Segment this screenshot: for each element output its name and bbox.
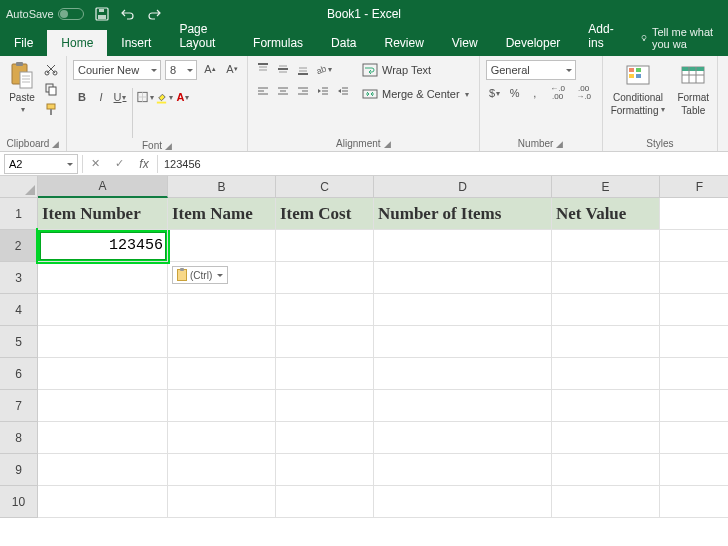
increase-indent-button[interactable] [334, 82, 352, 100]
cell[interactable] [276, 358, 374, 390]
number-format-combo[interactable]: General [486, 60, 576, 80]
row-header-6[interactable]: 6 [0, 358, 38, 390]
cell[interactable] [374, 230, 552, 262]
cell[interactable] [552, 486, 660, 518]
row-header-4[interactable]: 4 [0, 294, 38, 326]
cell[interactable] [168, 294, 276, 326]
cell[interactable] [276, 486, 374, 518]
tab-developer[interactable]: Developer [492, 30, 575, 56]
cell[interactable] [552, 230, 660, 262]
orientation-button[interactable]: ab▾ [314, 60, 332, 78]
cell[interactable] [276, 422, 374, 454]
decrease-decimal-button[interactable]: .00→.0 [572, 84, 596, 102]
cell[interactable] [276, 230, 374, 262]
column-header-c[interactable]: C [276, 176, 374, 198]
cell[interactable] [168, 326, 276, 358]
cell[interactable] [660, 358, 728, 390]
copy-button[interactable] [42, 80, 60, 98]
name-box[interactable]: A2 [4, 154, 78, 174]
row-header-7[interactable]: 7 [0, 390, 38, 422]
select-all-button[interactable] [0, 176, 38, 198]
font-color-button[interactable]: A▾ [174, 88, 192, 106]
row-header-3[interactable]: 3 [0, 262, 38, 294]
increase-decimal-button[interactable]: ←.0.00 [546, 84, 570, 102]
conditional-formatting-button[interactable]: Conditional Formatting▾ [609, 60, 668, 118]
cell[interactable] [552, 422, 660, 454]
cell[interactable] [276, 262, 374, 294]
align-right-button[interactable] [294, 82, 312, 100]
align-top-button[interactable] [254, 60, 272, 78]
align-left-button[interactable] [254, 82, 272, 100]
column-header-d[interactable]: D [374, 176, 552, 198]
dialog-launcher-icon[interactable]: ◢ [52, 139, 59, 149]
row-header-9[interactable]: 9 [0, 454, 38, 486]
format-painter-button[interactable] [42, 100, 60, 118]
header-cell[interactable]: Item Cost [276, 198, 374, 230]
cell[interactable] [660, 422, 728, 454]
cell[interactable] [660, 294, 728, 326]
column-header-e[interactable]: E [552, 176, 660, 198]
cell[interactable] [552, 454, 660, 486]
cell[interactable] [552, 326, 660, 358]
cell[interactable] [552, 262, 660, 294]
font-name-combo[interactable]: Courier New [73, 60, 161, 80]
cut-button[interactable] [42, 60, 60, 78]
tab-data[interactable]: Data [317, 30, 370, 56]
font-size-combo[interactable]: 8 [165, 60, 197, 80]
column-header-b[interactable]: B [168, 176, 276, 198]
align-center-button[interactable] [274, 82, 292, 100]
cell[interactable] [38, 486, 168, 518]
cell[interactable] [276, 294, 374, 326]
row-header-1[interactable]: 1 [0, 198, 38, 230]
autosave-toggle[interactable]: AutoSave [6, 8, 84, 20]
formula-input[interactable]: 123456 [158, 158, 728, 170]
insert-function-button[interactable]: fx [131, 157, 157, 171]
cell[interactable] [374, 326, 552, 358]
redo-icon[interactable] [146, 6, 162, 22]
cell[interactable] [276, 454, 374, 486]
dialog-launcher-icon[interactable]: ◢ [384, 139, 391, 149]
cell[interactable] [168, 358, 276, 390]
tab-view[interactable]: View [438, 30, 492, 56]
cell[interactable] [660, 390, 728, 422]
row-header-8[interactable]: 8 [0, 422, 38, 454]
merge-center-button[interactable]: Merge & Center ▾ [358, 84, 473, 104]
cell[interactable] [38, 454, 168, 486]
tab-file[interactable]: File [0, 30, 47, 56]
cell[interactable] [168, 422, 276, 454]
column-header-f[interactable]: F [660, 176, 728, 198]
wrap-text-button[interactable]: Wrap Text [358, 60, 473, 80]
cell[interactable] [168, 486, 276, 518]
cell[interactable] [552, 358, 660, 390]
cell[interactable] [374, 358, 552, 390]
row-header-2[interactable]: 2 [0, 230, 38, 262]
borders-button[interactable]: ▾ [136, 88, 154, 106]
tab-addins[interactable]: Add-ins [574, 16, 630, 56]
format-table-button[interactable]: Format Table [675, 60, 711, 118]
cell[interactable] [374, 486, 552, 518]
row-header-5[interactable]: 5 [0, 326, 38, 358]
cell[interactable] [276, 390, 374, 422]
tab-page-layout[interactable]: Page Layout [165, 16, 239, 56]
align-bottom-button[interactable] [294, 60, 312, 78]
cell[interactable] [38, 294, 168, 326]
decrease-font-button[interactable]: A▾ [223, 60, 241, 78]
cell[interactable] [38, 422, 168, 454]
tab-insert[interactable]: Insert [107, 30, 165, 56]
cell[interactable] [168, 390, 276, 422]
enter-formula-button[interactable]: ✓ [107, 154, 131, 174]
percent-format-button[interactable]: % [506, 84, 524, 102]
cell[interactable] [38, 262, 168, 294]
undo-icon[interactable] [120, 6, 136, 22]
tab-formulas[interactable]: Formulas [239, 30, 317, 56]
cell[interactable] [374, 422, 552, 454]
cell[interactable] [374, 262, 552, 294]
header-cell[interactable]: Item Number [38, 198, 168, 230]
cell-a2[interactable]: 123456 [38, 230, 168, 262]
dialog-launcher-icon[interactable]: ◢ [556, 139, 563, 149]
cell[interactable] [660, 454, 728, 486]
paste-button[interactable]: Paste ▾ [6, 60, 38, 116]
align-middle-button[interactable] [274, 60, 292, 78]
tab-review[interactable]: Review [370, 30, 437, 56]
header-cell[interactable]: Net Value [552, 198, 660, 230]
